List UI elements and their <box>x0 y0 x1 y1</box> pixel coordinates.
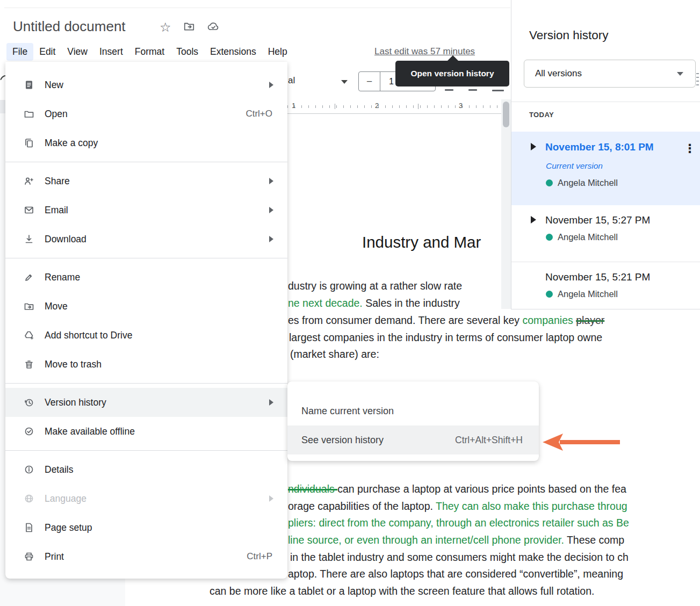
menu-item-label: Page setup <box>45 522 92 533</box>
menu-item-version-history[interactable]: Version history <box>5 388 287 417</box>
menu-item-make-a-copy[interactable]: Make a copy <box>5 128 287 157</box>
menu-insert[interactable]: Insert <box>93 43 129 61</box>
menu-item-rename[interactable]: Rename <box>5 263 287 292</box>
document-text-line[interactable]: es from consumer demand. There are sever… <box>288 314 604 327</box>
orange-annotation-arrow <box>538 430 624 457</box>
text-run: in the tablet industry and some consumer… <box>290 551 629 563</box>
version-group-label: TODAY <box>529 111 554 119</box>
menu-item-add-shortcut-to-drive[interactable]: Add shortcut to Drive <box>5 321 287 350</box>
author-name: Angela Mitchell <box>558 289 618 299</box>
menu-file[interactable]: File <box>6 43 33 61</box>
font-size-value[interactable]: 1 <box>380 77 394 86</box>
version-timestamp[interactable]: November 15, 5:27 PM <box>545 214 650 226</box>
ruler-mark: 3 <box>459 102 463 110</box>
document-text-line[interactable]: pliers: direct from the company, through… <box>288 517 629 529</box>
versions-filter-dropdown[interactable]: All versions <box>524 60 696 88</box>
text-run: These comp <box>564 534 624 546</box>
menu-format[interactable]: Format <box>129 43 170 61</box>
envelope-icon <box>24 205 34 215</box>
more-options-icon[interactable]: ⋮ <box>684 143 696 155</box>
offline-check-icon <box>24 426 34 437</box>
menu-item-label: Move <box>45 301 68 312</box>
menu-divider <box>5 450 287 451</box>
submenu-item-see-version-history[interactable]: See version history Ctrl+Alt+Shift+H <box>287 425 539 454</box>
menu-item-page-setup[interactable]: Page setup <box>5 513 287 542</box>
menu-item-label: Make a copy <box>45 138 98 149</box>
cloud-saved-icon[interactable] <box>207 20 220 34</box>
suggested-text-run: companies <box>522 314 573 326</box>
menu-item-label: Print <box>45 551 64 562</box>
suggested-text-run: ne next decade. <box>288 297 363 309</box>
menu-item-download[interactable]: Download <box>5 225 287 254</box>
submenu-arrow-icon <box>269 207 273 213</box>
star-icon[interactable]: ☆ <box>160 21 171 34</box>
expand-triangle-icon[interactable] <box>531 216 536 223</box>
ruler-mark: 2 <box>375 102 379 110</box>
document-text-line[interactable]: ndividuals can purchase a laptop at vari… <box>288 483 626 495</box>
document-scrollbar-thumb[interactable] <box>503 102 509 127</box>
document-title[interactable]: Untitled document <box>13 18 126 35</box>
document-heading[interactable]: Industry and Mar <box>362 233 481 251</box>
menu-item-move[interactable]: Move <box>5 292 287 321</box>
document-text-line[interactable]: line source, or even through an internet… <box>288 534 624 546</box>
menu-item-move-to-trash[interactable]: Move to trash <box>5 350 287 379</box>
top-divider <box>4 8 510 8</box>
dropdown-caret-icon[interactable] <box>341 80 348 84</box>
version-timestamp[interactable]: November 15, 8:01 PM <box>545 141 654 153</box>
document-text-line[interactable]: ne next decade. Sales in the industry <box>288 297 460 309</box>
menu-item-label: Share <box>45 176 70 187</box>
menu-tools[interactable]: Tools <box>170 43 204 61</box>
suggested-text-run: pliers: direct from the company, through… <box>288 517 629 529</box>
ruler-ticks <box>287 105 501 108</box>
document-scrollbar-track[interactable] <box>501 99 511 309</box>
menu-item-share[interactable]: Share <box>5 167 287 196</box>
copy-icon <box>24 138 34 148</box>
menu-item-email[interactable]: Email <box>5 196 287 225</box>
font-size-decrease-button[interactable]: − <box>359 76 380 88</box>
menu-divider <box>5 162 287 162</box>
menu-item-make-available-offline[interactable]: Make available offline <box>5 417 287 446</box>
menu-help[interactable]: Help <box>262 43 293 61</box>
suggested-deletion-run: player <box>576 314 604 326</box>
menu-item-open[interactable]: Open Ctrl+O <box>5 99 287 128</box>
menu-item-label: Make available offline <box>45 426 135 437</box>
document-text-line[interactable]: orage capabilities of the laptop. They c… <box>288 500 627 513</box>
move-folder-icon <box>24 301 34 312</box>
document-text-line[interactable]: in the tablet industry and some consumer… <box>290 551 629 564</box>
printer-icon <box>24 551 34 562</box>
expand-triangle-icon[interactable] <box>531 143 536 150</box>
menu-item-details[interactable]: Details <box>5 455 287 484</box>
author-color-dot <box>546 291 553 298</box>
versions-filter-value: All versions <box>524 68 582 79</box>
info-icon <box>24 464 34 475</box>
menu-extensions[interactable]: Extensions <box>204 43 262 61</box>
suggested-deletion-run: ndividuals <box>288 483 337 495</box>
menu-item-new[interactable]: New <box>5 70 287 99</box>
version-timestamp[interactable]: November 15, 5:21 PM <box>545 271 650 283</box>
document-text-line[interactable]: dustry is growing at a rather slow rate <box>288 280 462 292</box>
menu-edit[interactable]: Edit <box>33 43 61 61</box>
menu-divider <box>5 383 287 384</box>
paragraph-style-dropdown[interactable]: al <box>288 75 295 86</box>
text-run: orage capabilities of the laptop. <box>288 500 436 512</box>
tooltip-label: Open version history <box>410 69 494 78</box>
document-text-line[interactable]: largest companies in the industry in ter… <box>289 331 602 344</box>
divider <box>511 102 700 102</box>
panel-edge-marks <box>696 73 699 85</box>
last-edit-link[interactable]: Last edit was 57 minutes <box>374 46 475 57</box>
version-author: Angela Mitchell <box>546 232 618 242</box>
toolbar-icon-fragment <box>492 90 504 91</box>
text-run: (market share) are: <box>290 348 379 360</box>
submenu-item-name-current-version[interactable]: Name current version <box>287 396 539 425</box>
menu-item-label: Download <box>45 234 86 245</box>
document-text-line[interactable]: can be more like a tablet or a laptop wi… <box>210 585 594 597</box>
submenu-item-label: Name current version <box>301 406 394 417</box>
page-icon <box>24 522 34 533</box>
document-text-line[interactable]: (market share) are: <box>290 348 379 360</box>
document-text-line[interactable]: aptop. There are also laptops that are c… <box>288 568 623 580</box>
menu-item-print[interactable]: Print Ctrl+P <box>5 542 287 571</box>
menu-view[interactable]: View <box>61 43 93 61</box>
version-history-panel: Version history All versions TODAY Novem… <box>511 0 700 309</box>
author-name: Angela Mitchell <box>558 178 618 188</box>
move-folder-icon[interactable] <box>183 20 195 34</box>
